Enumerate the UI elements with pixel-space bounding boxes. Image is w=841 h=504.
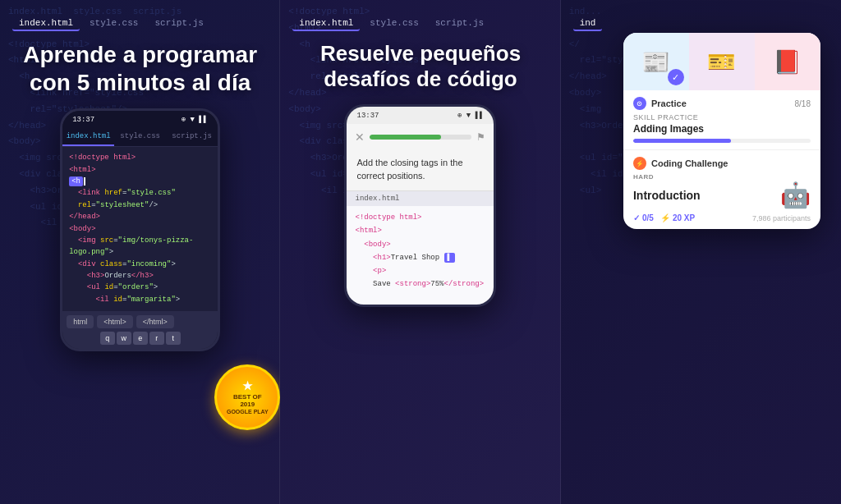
practice-badge: 8/18 (795, 99, 811, 108)
word-suggestion-bar: html <html> </html> (67, 315, 214, 328)
headline-left: Aprende a programar con 5 minutos al día (8, 41, 272, 96)
challenge-mascot-icon: 🤖 (780, 181, 811, 209)
key-t[interactable]: t (166, 332, 181, 345)
phone-tab-style[interactable]: style.css (114, 128, 166, 146)
mid-tab-bar: index.html style.css script.js (292, 16, 490, 31)
badge-line3: GOOGLE PLAY (227, 409, 269, 415)
skill-name: Adding Images (633, 123, 811, 135)
challenge-score: ✓ 0/5 (633, 213, 654, 222)
practice-card: 📰 ✓ 🎫 📕 ⊙ Practice (623, 33, 820, 229)
phone-tab-script[interactable]: script.js (166, 128, 218, 146)
challenge-icon: ⚡ (633, 157, 646, 170)
card-images-row: 📰 ✓ 🎫 📕 (623, 33, 820, 90)
score-value: 0/5 (642, 213, 654, 222)
chip-html-close[interactable]: </html> (136, 315, 174, 328)
challenge-difficulty: HARD (633, 173, 811, 181)
challenge-section-label: Coding Challenge (651, 158, 728, 168)
skill-progress-bar (633, 139, 811, 143)
challenge-footer: ✓ 0/5 ⚡ 20 XP 7,986 participants (633, 213, 811, 222)
key-e[interactable]: e (133, 332, 148, 345)
phone-time-left: 13:37 (72, 116, 94, 124)
key-w[interactable]: w (117, 332, 131, 345)
challenge-xp: ⚡ 20 XP (660, 213, 695, 222)
chip-html-open[interactable]: <html> (97, 315, 133, 328)
lightning-icon: ⚡ (660, 213, 670, 222)
practice-section-title: ⊙ Practice (633, 97, 687, 110)
phone-tab-index[interactable]: index.html (62, 128, 114, 146)
phone-mid: 13:37 ⊕ ▼ ▌▌ ✕ ⚑ Add the closing tags in… (344, 104, 496, 307)
practice-section-header: ⊙ Practice 8/18 (633, 97, 811, 110)
badge-line2: 2019 (240, 401, 255, 409)
challenge-flag-icon: ⚑ (476, 131, 485, 143)
panel-left: index.html style.css script.js <!doctype… (0, 0, 280, 504)
mid-content: index.html style.css script.js Resuelve … (288, 16, 552, 307)
key-r[interactable]: r (149, 332, 164, 345)
skill-label: SKILL PRACTICE (633, 113, 811, 121)
panel-right: ind... </ rel="stylesheet"/> </head> <bo… (561, 0, 841, 504)
key-q[interactable]: q (100, 332, 115, 345)
card-image-news: 📰 ✓ (623, 33, 689, 90)
main-panels: index.html style.css script.js <!doctype… (0, 0, 841, 504)
right-tab-bar: ind (573, 16, 603, 31)
challenge-participants: 7,986 participants (752, 214, 811, 222)
badge-line1: BEST OF (233, 393, 262, 401)
challenge-section: ⚡ Coding Challenge HARD Introduction 🤖 ✓… (623, 150, 820, 229)
ticket-icon: 🎫 (707, 48, 736, 76)
challenge-progress-bar (370, 135, 471, 140)
challenge-progress-fill (370, 135, 441, 140)
tab-script-js-mid[interactable]: script.js (429, 16, 490, 31)
practice-icon: ⊙ (633, 97, 646, 110)
checkmark-icon: ✓ (668, 69, 684, 85)
news-icon: 📰 (641, 48, 670, 76)
skill-progress-fill (633, 139, 731, 143)
checkmark-score-icon: ✓ (633, 213, 640, 222)
phone-status-left: 13:37 ⊕ ▼ ▌▌ (62, 111, 218, 128)
challenge-file-tab[interactable]: index.html (347, 191, 494, 206)
keyboard-row: q w e r t (67, 332, 214, 345)
challenge-header: ✕ ⚑ (347, 124, 494, 150)
phone-keyboard-left: html <html> </html> q w e r t (62, 311, 218, 349)
practice-section: ⊙ Practice 8/18 SKILL PRACTICE Adding Im… (623, 90, 820, 150)
badge-inner: ★ BEST OF 2019 GOOGLE PLAY (214, 364, 280, 430)
tab-ind-right[interactable]: ind (573, 16, 603, 31)
challenge-code: <!doctype html> <html> <body> <h1>Travel… (347, 206, 494, 305)
phone-left: 13:37 ⊕ ▼ ▌▌ index.html style.css script… (60, 108, 220, 351)
badge-star-icon: ★ (242, 379, 253, 393)
phone-tabs-left: index.html style.css script.js (62, 128, 218, 147)
left-content: index.html style.css script.js Aprende a… (8, 16, 272, 351)
left-tab-bar: index.html style.css script.js (12, 16, 210, 31)
tab-style-css-mid[interactable]: style.css (363, 16, 425, 31)
tab-index-html-left[interactable]: index.html (12, 16, 80, 31)
phone-icons-left: ⊕ ▼ ▌▌ (182, 115, 208, 124)
book-icon: 📕 (773, 48, 802, 76)
xp-value: 20 XP (673, 213, 695, 222)
challenge-title: Introduction (633, 189, 701, 202)
phone-time-mid: 13:37 (356, 112, 379, 120)
headline-mid: Resuelve pequeños desafíos de código (288, 41, 552, 92)
tab-index-html-mid[interactable]: index.html (292, 16, 360, 31)
card-image-ticket: 🎫 (689, 33, 755, 90)
challenge-content: Introduction 🤖 (633, 181, 811, 209)
gold-badge: ★ BEST OF 2019 GOOGLE PLAY (214, 364, 280, 430)
phone-icons-mid: ⊕ ▼ ▌▌ (457, 111, 484, 120)
practice-label: Practice (651, 99, 687, 108)
challenge-question: Add the closing tags in the correct posi… (347, 150, 494, 191)
tab-style-css-left[interactable]: style.css (83, 16, 145, 31)
phone-code-left: <!doctype html> <html> <h <link href="st… (62, 147, 218, 311)
challenge-close-icon[interactable]: ✕ (355, 131, 365, 144)
phone-status-mid: 13:37 ⊕ ▼ ▌▌ (347, 107, 494, 124)
tab-script-js-left[interactable]: script.js (148, 16, 209, 31)
card-image-book: 📕 (755, 33, 820, 90)
chip-html[interactable]: html (67, 315, 94, 328)
right-content: ind 📰 ✓ 🎫 📕 (569, 16, 833, 41)
panel-mid: <!doctype html> <html> <h <link href="st… (280, 0, 560, 504)
challenge-section-header: ⚡ Coding Challenge (633, 157, 811, 170)
